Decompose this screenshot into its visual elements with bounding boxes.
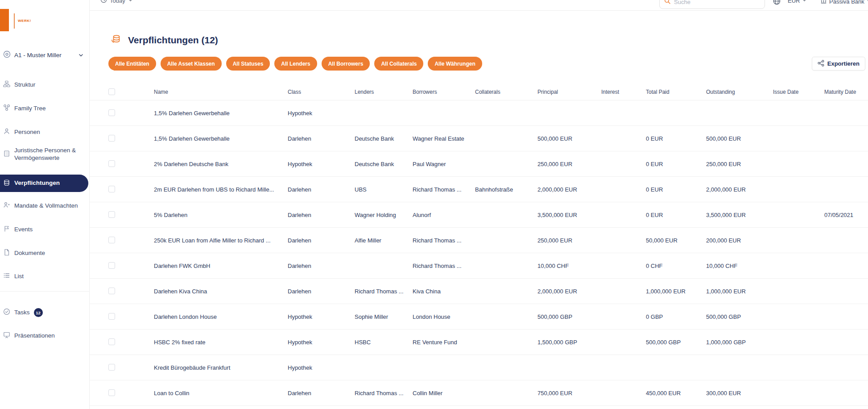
sidebar-item-label: Verpflichtungen <box>14 179 60 187</box>
row-checkbox[interactable] <box>108 135 115 142</box>
cell-name: 2% Darlehen Deutsche Bank <box>154 161 228 167</box>
cell-lenders: Sophie Miller <box>355 313 388 320</box>
table-row[interactable]: Kredit Bürogebäude FrankfurtHypothek <box>90 355 868 380</box>
cell-name: Darlehen London House <box>154 313 217 320</box>
row-checkbox[interactable] <box>108 389 115 396</box>
cell-borrowers: RE Venture Fund <box>413 339 457 346</box>
share-icon <box>818 60 824 68</box>
table-row[interactable]: 2m EUR Darlehen from UBS to Richard Mill… <box>90 177 868 202</box>
cell-borrowers: Richard Thomas ... <box>413 263 462 269</box>
global-search[interactable] <box>659 0 765 9</box>
row-checkbox[interactable] <box>108 338 115 345</box>
cell-principal: 1,500,000 GBP <box>537 339 577 346</box>
obligations-coins-icon <box>111 34 121 46</box>
filter-pill[interactable]: All Borrowers <box>322 57 370 71</box>
cell-lenders: Wagner Holding <box>355 212 396 218</box>
table-row[interactable]: 2% Darlehen Deutsche BankHypothekDeutsch… <box>90 151 868 177</box>
cell-outstanding: 300,000 EUR <box>706 390 741 396</box>
filter-pill[interactable]: Alle Entitäten <box>108 57 156 71</box>
sidebar-item-tasks[interactable]: Tasks 12 <box>0 307 89 318</box>
column-header-principal: Principal <box>537 89 558 95</box>
cell-principal: 500,000 GBP <box>537 313 572 320</box>
table-row[interactable]: Darlehen FWK GmbHDarlehenRichard Thomas … <box>90 253 868 279</box>
cell-class: Hypothek <box>288 364 312 371</box>
cell-maturity_date: 07/05/2021 <box>824 212 853 218</box>
language-globe-button[interactable] <box>773 0 781 6</box>
sidebar-item-dokumente[interactable]: Dokumente <box>0 248 89 259</box>
search-input[interactable] <box>674 0 754 5</box>
column-header-lenders: Lenders <box>355 89 374 95</box>
row-checkbox[interactable] <box>108 186 115 192</box>
table-row[interactable]: Darlehen Kiva ChinaDarlehenRichard Thoma… <box>90 279 868 304</box>
table-row[interactable]: 250k EUR Loan from Alfie Miller to Richa… <box>90 228 868 253</box>
row-checkbox[interactable] <box>108 262 115 269</box>
entity-label: A1 - Muster Miller <box>14 52 62 58</box>
cell-class: Hypothek <box>288 339 312 346</box>
table-row[interactable]: 1,5% Darlehen GewerbehalleDarlehenDeutsc… <box>90 126 868 151</box>
sidebar-item-personen[interactable]: Personen <box>0 127 89 138</box>
sidebar-item-struktur[interactable]: Struktur <box>0 79 89 90</box>
export-label: Exportieren <box>827 60 860 67</box>
cell-collaterals: Bahnhofstraße <box>475 186 513 193</box>
row-checkbox[interactable] <box>108 364 115 371</box>
document-icon <box>3 249 10 258</box>
sidebar-item-label: Mandate & Vollmachten <box>14 202 78 210</box>
logo-brand-text: WERK! <box>18 19 31 23</box>
table-row[interactable]: Darlehen London HouseHypothekSophie Mill… <box>90 304 868 330</box>
cell-borrowers: Paul Wagner <box>413 161 446 167</box>
sidebar-item-verpflichtungen[interactable]: Verpflichtungen <box>0 175 88 192</box>
filter-pill[interactable]: All Lenders <box>274 57 317 71</box>
family-tree-icon <box>3 104 10 113</box>
list-icon <box>3 272 10 281</box>
row-checkbox[interactable] <box>108 288 115 294</box>
cell-principal: 250,000 EUR <box>537 161 572 167</box>
table-row[interactable]: Loan to CollinDarlehenRichard Thomas ...… <box>90 380 868 406</box>
sidebar-item-list[interactable]: List <box>0 271 89 282</box>
cell-lenders: Richard Thomas ... <box>355 288 404 295</box>
row-checkbox[interactable] <box>108 109 115 116</box>
struktur-icon <box>3 80 10 89</box>
sidebar-item-juristische-personen[interactable]: Juristische Personen & Vermögenswerte <box>0 146 89 163</box>
cell-principal: 750,000 EUR <box>537 390 572 396</box>
account-selector[interactable]: Passiva Bank <box>820 0 868 5</box>
cell-borrowers: Richard Thomas ... <box>413 186 462 193</box>
filter-pill[interactable]: All Statuses <box>226 57 270 71</box>
filter-pill[interactable]: Alle Währungen <box>428 57 482 71</box>
filter-pill[interactable]: Alle Asset Klassen <box>161 57 222 71</box>
column-header-name: Name <box>154 89 168 95</box>
main-content: Today EUR Passiva Bank <box>90 0 868 409</box>
export-button[interactable]: Exportieren <box>812 57 865 71</box>
today-selector[interactable]: Today <box>100 0 133 4</box>
sidebar-item-family-tree[interactable]: Family Tree <box>0 103 89 114</box>
row-checkbox[interactable] <box>108 313 115 320</box>
tasks-icon <box>3 308 10 317</box>
sidebar-item-events[interactable]: Events <box>0 224 89 235</box>
cell-outstanding: 500,000 EUR <box>706 135 741 142</box>
cell-borrowers: Kiva China <box>413 288 441 295</box>
row-checkbox[interactable] <box>108 160 115 167</box>
sidebar-item-mandate-vollmachten[interactable]: Mandate & Vollmachten <box>0 200 89 211</box>
cell-total_paid: 0 GBP <box>646 313 663 320</box>
select-all-checkbox[interactable] <box>108 88 115 95</box>
table-row[interactable]: HSBC 2% fixed rateHypothekHSBCRE Venture… <box>90 330 868 355</box>
cell-name: 1,5% Darlehen Gewerbehalle <box>154 135 230 142</box>
cell-name: 5% Darlehen <box>154 212 187 218</box>
table-row[interactable]: 1,5% Darlehen GewerbehalleHypothek <box>90 100 868 126</box>
topbar: Today EUR Passiva Bank <box>90 0 868 11</box>
search-icon <box>664 0 670 6</box>
row-checkbox[interactable] <box>108 211 115 218</box>
cell-principal: 500,000 EUR <box>537 135 572 142</box>
currency-selector[interactable]: EUR <box>788 0 807 4</box>
cell-class: Hypothek <box>288 110 312 117</box>
table-row[interactable]: 5% DarlehenDarlehenWagner HoldingAlunorf… <box>90 202 868 228</box>
sidebar: WERK! A1 - Muster Miller Struktur Family… <box>0 0 90 409</box>
entity-selector[interactable]: A1 - Muster Miller <box>0 48 89 62</box>
page-header: Verpflichtungen (12) <box>111 34 218 46</box>
sidebar-divider <box>0 291 89 292</box>
filter-bar: Alle EntitätenAlle Asset KlassenAll Stat… <box>108 57 482 71</box>
cell-class: Darlehen <box>288 288 311 295</box>
building-icon <box>3 150 10 159</box>
filter-pill[interactable]: All Collaterals <box>374 57 423 71</box>
sidebar-item-praesentationen[interactable]: Präsentationen <box>0 330 89 341</box>
row-checkbox[interactable] <box>108 237 115 243</box>
